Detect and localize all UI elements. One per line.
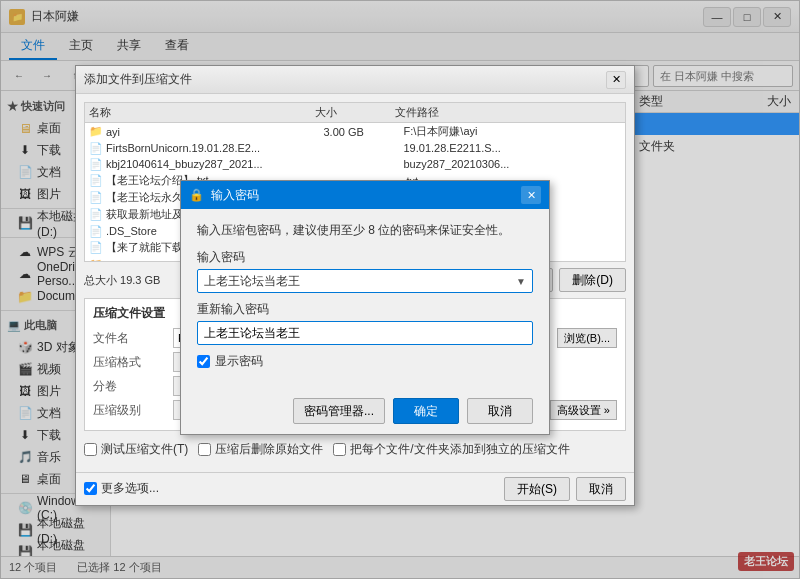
more-options-checkbox[interactable]: 更多选项... <box>84 480 159 497</box>
pwd-title-bar: 🔒 输入密码 ✕ <box>181 181 549 209</box>
ft-row-kbj[interactable]: 📄 kbj21040614_bbuzy287_2021... buzy287_2… <box>85 156 625 172</box>
bottom-checkboxes: 测试压缩文件(T) 压缩后删除原始文件 把每个文件/文件夹添加到独立的压缩文件 <box>84 437 626 464</box>
pwd-input-container: 上老王论坛当老王 ▼ <box>197 269 533 293</box>
folder-icon-ayi: 📁 <box>89 125 103 139</box>
browse-button[interactable]: 浏览(B)... <box>557 328 617 348</box>
pwd-manager-button[interactable]: 密码管理器... <box>293 398 385 424</box>
folder-icon-ay2: 📁 <box>89 257 103 262</box>
level-label: 压缩级别 <box>93 402 173 419</box>
cancel-button-add[interactable]: 取消 <box>576 477 626 501</box>
pwd-title: 输入密码 <box>211 187 521 204</box>
pwd-dropdown-arrow[interactable]: ▼ <box>516 276 526 287</box>
add-dialog-footer: 更多选项... 开始(S) 取消 <box>76 472 634 505</box>
file-icon-dsstore: 📄 <box>89 224 103 238</box>
pwd-input-label: 输入密码 <box>197 249 533 266</box>
pwd-cancel-button[interactable]: 取消 <box>467 398 533 424</box>
format-label: 压缩格式 <box>93 354 173 371</box>
file-icon-getaddr: 📄 <box>89 208 103 222</box>
total-info: 总大小 19.3 GB <box>84 271 160 290</box>
ft-row-firts[interactable]: 📄 FirtsBornUnicorn.19.01.28.E2... 19.01.… <box>85 140 625 156</box>
show-pwd-checkbox[interactable] <box>197 355 210 368</box>
col-size-header[interactable]: 大小 <box>315 105 395 120</box>
pwd-ok-button[interactable]: 确定 <box>393 398 459 424</box>
pwd-input-text: 上老王论坛当老王 <box>204 273 516 290</box>
pwd-body: 输入压缩包密码，建议使用至少 8 位的密码来保证安全性。 输入密码 上老王论坛当… <box>181 209 549 392</box>
files-table-header: 名称 大小 文件路径 <box>85 103 625 123</box>
pwd-footer: 密码管理器... 确定 取消 <box>181 392 549 434</box>
password-dialog: 🔒 输入密码 ✕ 输入压缩包密码，建议使用至少 8 位的密码来保证安全性。 输入… <box>180 180 550 435</box>
file-icon-publish: 📄 <box>89 191 103 205</box>
show-pwd-checkbox-row: 显示密码 <box>197 353 533 370</box>
advanced-settings-btn[interactable]: 高级设置 » <box>550 400 617 420</box>
col-path-header[interactable]: 文件路径 <box>395 105 621 120</box>
delete-original-checkbox[interactable]: 压缩后删除原始文件 <box>198 441 323 458</box>
add-dialog-title-bar: 添加文件到压缩文件 ✕ <box>76 66 634 94</box>
file-icon-intro: 📄 <box>89 174 103 188</box>
test-archive-checkbox[interactable]: 测试压缩文件(T) <box>84 441 188 458</box>
volume-label: 分卷 <box>93 378 173 395</box>
pwd-confirm-label: 重新输入密码 <box>197 301 533 318</box>
filename-label: 文件名 <box>93 330 173 347</box>
pwd-description: 输入压缩包密码，建议使用至少 8 位的密码来保证安全性。 <box>197 221 533 239</box>
file-icon-kbj: 📄 <box>89 157 103 171</box>
show-pwd-label: 显示密码 <box>215 353 263 370</box>
pwd-confirm-input[interactable] <box>197 321 533 345</box>
add-dialog-close[interactable]: ✕ <box>606 71 626 89</box>
col-name-header[interactable]: 名称 <box>89 105 315 120</box>
pwd-close-button[interactable]: ✕ <box>521 186 541 204</box>
lock-icon: 🔒 <box>189 187 205 203</box>
add-dialog-title: 添加文件到压缩文件 <box>84 71 606 88</box>
separate-archives-checkbox[interactable]: 把每个文件/文件夹添加到独立的压缩文件 <box>333 441 569 458</box>
ft-row-ayi[interactable]: 📁 ayi 3.00 GB F:\日本阿嫌\ayi <box>85 123 625 140</box>
file-icon-forum: 📄 <box>89 241 103 255</box>
start-button[interactable]: 开始(S) <box>504 477 570 501</box>
delete-files-button[interactable]: 删除(D) <box>559 268 626 292</box>
more-options: 更多选项... <box>84 480 159 499</box>
file-icon-firts: 📄 <box>89 141 103 155</box>
more-options-label: 更多选项... <box>101 480 159 497</box>
footer-right-buttons: 开始(S) 取消 <box>504 477 626 501</box>
